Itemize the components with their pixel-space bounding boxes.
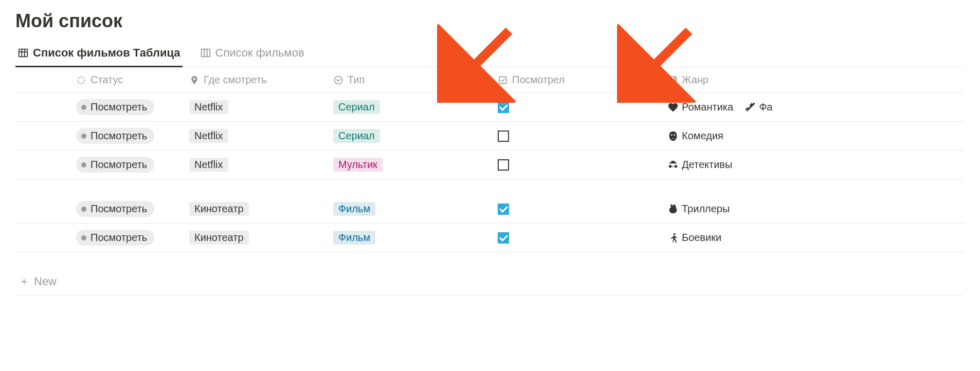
status-label: Посмотреть: [90, 203, 147, 215]
cell-where[interactable]: Кинотеатр: [185, 227, 329, 249]
cell-status[interactable]: Посмотреть: [72, 95, 185, 119]
watched-checkbox[interactable]: [498, 203, 509, 215]
genre-label: Фа: [759, 101, 772, 113]
type-tag[interactable]: Сериал: [333, 100, 380, 114]
watched-checkbox[interactable]: [498, 159, 509, 171]
table-row[interactable]: Посмотреть Netflix Сериал Романтика Фа: [15, 93, 965, 122]
column-label: Жанр: [682, 74, 709, 86]
genre-tag[interactable]: Детективы: [667, 159, 732, 171]
status-tag[interactable]: Посмотреть: [76, 230, 154, 246]
svg-rect-0: [19, 49, 28, 57]
where-tag[interactable]: Netflix: [189, 100, 228, 114]
genre-tag[interactable]: Романтика: [667, 101, 733, 113]
genre-tag[interactable]: Фа: [745, 101, 772, 113]
where-tag[interactable]: Netflix: [189, 129, 228, 143]
cell-type[interactable]: Мультик: [329, 154, 494, 176]
checkbox-icon: [498, 75, 508, 85]
cell-watched[interactable]: [494, 228, 663, 248]
page-title[interactable]: Мой список: [15, 10, 965, 32]
column-header-watched[interactable]: Посмотрел: [494, 69, 663, 91]
genre-label: Боевики: [682, 232, 721, 244]
cell-type[interactable]: Сериал: [329, 125, 494, 147]
tab-board-view[interactable]: Список фильмов: [198, 42, 306, 67]
heart-icon: [667, 102, 679, 113]
cell-where[interactable]: Netflix: [185, 96, 329, 118]
table-row[interactable]: Посмотреть Netflix Мультик Детективы: [15, 151, 965, 179]
watched-checkbox[interactable]: [498, 131, 509, 142]
table-row[interactable]: Посмотреть Кинотеатр Фильм Триллеры: [15, 195, 965, 224]
cell-where[interactable]: Netflix: [185, 125, 329, 147]
svg-point-5: [674, 233, 676, 235]
where-tag[interactable]: Кинотеатр: [189, 231, 249, 245]
status-tag[interactable]: Посмотреть: [76, 201, 154, 217]
watched-checkbox[interactable]: [498, 102, 509, 113]
status-dot-icon: [81, 235, 86, 240]
column-label: Посмотрел: [512, 74, 565, 86]
status-dot-icon: [81, 207, 86, 212]
where-tag[interactable]: Netflix: [189, 158, 228, 172]
status-tag[interactable]: Посмотреть: [76, 128, 154, 144]
sparkle-icon: [76, 75, 86, 85]
column-header-genre[interactable]: Жанр: [663, 69, 920, 91]
genre-label: Романтика: [682, 101, 733, 113]
cell-genre[interactable]: Боевики: [663, 228, 920, 248]
cell-genre[interactable]: Комедия: [663, 126, 920, 146]
cell-type[interactable]: Фильм: [329, 198, 494, 220]
watched-checkbox[interactable]: [498, 232, 509, 244]
row-spacer: [15, 234, 72, 242]
status-dot-icon: [81, 105, 86, 110]
column-header-type[interactable]: Тип: [329, 69, 494, 91]
run-icon: [667, 232, 679, 244]
tab-label: Список фильмов: [215, 46, 304, 60]
status-dot-icon: [81, 162, 86, 168]
status-label: Посмотреть: [90, 101, 147, 113]
type-tag[interactable]: Мультик: [333, 158, 383, 172]
cell-genre[interactable]: Романтика Фа: [663, 97, 920, 117]
genre-tag[interactable]: Боевики: [667, 232, 721, 244]
table-row[interactable]: Посмотреть Кинотеатр Фильм Боевики: [15, 224, 965, 252]
group-gap: [15, 252, 965, 268]
genre-label: Комедия: [682, 130, 723, 142]
type-tag[interactable]: Фильм: [333, 202, 375, 216]
genre-tag[interactable]: Триллеры: [667, 203, 730, 215]
table-row[interactable]: Посмотреть Netflix Сериал Комедия: [15, 122, 965, 151]
status-label: Посмотреть: [90, 130, 147, 142]
tab-table-view[interactable]: Список фильмов Таблица: [15, 42, 183, 67]
row-spacer: [15, 103, 72, 112]
column-header-status[interactable]: Статус: [72, 69, 185, 91]
cell-watched[interactable]: [494, 98, 663, 117]
new-row-button[interactable]: New: [15, 268, 965, 296]
mask-icon: [667, 131, 679, 142]
cell-status[interactable]: Посмотреть: [72, 153, 185, 177]
table-row-group: Посмотреть Netflix Сериал Романтика Фа: [15, 93, 965, 179]
status-tag[interactable]: Посмотреть: [76, 157, 154, 173]
cell-type[interactable]: Сериал: [329, 96, 494, 118]
genre-label: Триллеры: [682, 203, 730, 215]
cell-status[interactable]: Посмотреть: [72, 197, 185, 221]
table-icon: [17, 47, 29, 59]
column-label: Статус: [90, 74, 123, 86]
table-header-row: Статус Где смотреть Тип Посмотрел Жанр: [15, 67, 965, 93]
where-tag[interactable]: Кинотеатр: [189, 202, 249, 216]
magic-icon: [745, 102, 756, 113]
svg-rect-1: [201, 49, 210, 57]
column-header-where[interactable]: Где смотреть: [185, 69, 329, 91]
cell-watched[interactable]: [494, 155, 663, 175]
cell-where[interactable]: Netflix: [185, 154, 329, 176]
type-tag[interactable]: Сериал: [333, 129, 380, 143]
cell-watched[interactable]: [494, 199, 663, 219]
cell-type[interactable]: Фильм: [329, 227, 494, 249]
genre-tag[interactable]: Комедия: [667, 130, 723, 142]
view-tabs: Список фильмов Таблица Список фильмов: [15, 42, 965, 67]
header-spacer: [15, 75, 72, 85]
cell-status[interactable]: Посмотреть: [72, 124, 185, 148]
cell-genre[interactable]: Детективы: [663, 155, 920, 175]
cell-status[interactable]: Посмотреть: [72, 226, 185, 250]
cell-where[interactable]: Кинотеатр: [185, 198, 329, 220]
cell-watched[interactable]: [494, 126, 663, 146]
cell-genre[interactable]: Триллеры: [663, 199, 920, 219]
type-tag[interactable]: Фильм: [333, 231, 375, 245]
pin-icon: [189, 75, 199, 85]
status-tag[interactable]: Посмотреть: [76, 99, 154, 115]
rabbit-icon: [667, 203, 679, 215]
